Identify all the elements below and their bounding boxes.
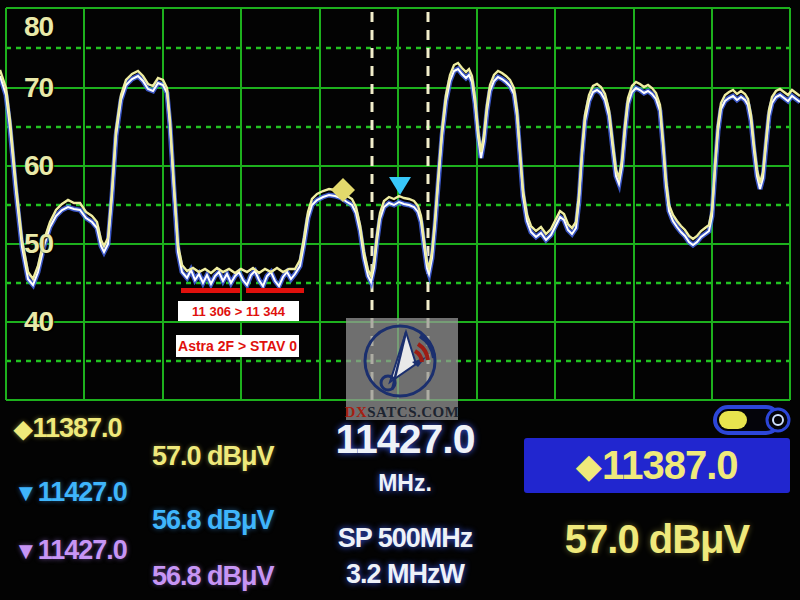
spectrum-analyzer-screen: 80 70 60 50 40 11 306 > 11 344 Astra 2F … xyxy=(0,0,800,600)
annotation-link-text: Astra 2F > STAV 0 xyxy=(178,338,297,354)
watermark-text-rest: SATCS.COM xyxy=(367,404,459,420)
marker1-frequency-readout: ◆11387.0 xyxy=(14,413,122,444)
diamond-marker-icon: ◆ xyxy=(14,415,31,442)
selected-level-value: 57.0 dBμV xyxy=(524,517,790,562)
y-axis-label-40: 40 xyxy=(24,307,53,337)
center-frequency-unit: MHz. xyxy=(300,470,510,497)
watermark-text: DXSATCS.COM xyxy=(345,404,460,420)
marker2-level-readout: 56.8 dBμV xyxy=(152,505,274,536)
marker1-frequency-value: 11387.0 xyxy=(32,413,121,443)
spectrum-plot: 80 70 60 50 40 11 306 > 11 344 Astra 2F … xyxy=(0,0,800,403)
marker3-frequency-readout: ▼11427.0 xyxy=(14,535,127,566)
selected-frequency-highlight: ◆11387.0 xyxy=(524,438,790,493)
bandwidth-setting: 3.2 MHzW xyxy=(300,559,510,590)
y-axis-label-70: 70 xyxy=(24,73,53,103)
selected-frequency-value: 11387.0 xyxy=(602,443,737,488)
watermark-text-dx: DX xyxy=(345,404,368,420)
watermark: DXSATCS.COM xyxy=(346,318,458,420)
marker2-frequency-readout: ▼11427.0 xyxy=(14,477,127,508)
satellite-dish-logo-icon xyxy=(354,320,450,400)
y-axis-label-60: 60 xyxy=(24,151,53,181)
triangle-down-marker-icon: ▼ xyxy=(14,479,37,506)
y-axis-label-50: 50 xyxy=(24,229,53,259)
marker3-frequency-value: 11427.0 xyxy=(38,535,127,565)
annotation-range-text: 11 306 > 11 344 xyxy=(192,304,285,319)
triangle-down-marker-icon: ▼ xyxy=(14,537,37,564)
annotation-frequency-range: 11 306 > 11 344 xyxy=(178,301,299,321)
annotation-satellite-link: Astra 2F > STAV 0 xyxy=(176,335,299,357)
span-setting: SP 500MHz xyxy=(300,523,510,554)
diamond-marker-icon: ◆ xyxy=(577,447,601,485)
y-axis-label-80: 80 xyxy=(24,12,53,42)
measurement-readouts: ◆11387.0 57.0 dBμV ▼11427.0 56.8 dBμV ▼1… xyxy=(0,400,800,600)
marker2-frequency-value: 11427.0 xyxy=(38,477,127,507)
marker3-level-readout: 56.8 dBμV xyxy=(152,561,274,592)
battery-icon xyxy=(712,404,792,436)
marker1-level-readout: 57.0 dBμV xyxy=(152,441,274,472)
center-frequency-value: 11427.0 xyxy=(300,416,510,463)
